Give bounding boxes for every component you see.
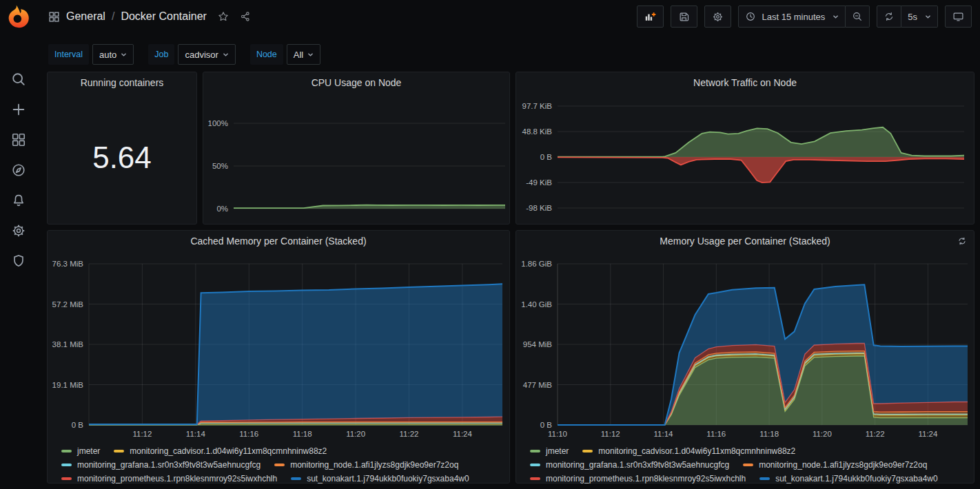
- dashboard-settings-button[interactable]: [704, 6, 731, 28]
- svg-text:19.1 MiB: 19.1 MiB: [52, 381, 84, 389]
- panel-title[interactable]: CPU Usage on Node: [203, 72, 509, 93]
- breadcrumb-section[interactable]: General: [66, 10, 105, 23]
- legend-color-dash: [274, 464, 285, 466]
- cpu-chart[interactable]: 0%50%100%: [203, 93, 509, 224]
- panel-cached-memory: Cached Memory per Container (Stacked) 0 …: [47, 230, 510, 483]
- dashboards-icon[interactable]: [0, 125, 37, 155]
- legend-item[interactable]: monitoring_node.1.afi1jlyzs8gdjk9eo9er7z…: [274, 458, 458, 472]
- add-panel-button[interactable]: [637, 6, 664, 28]
- panel-title[interactable]: Running containers: [48, 72, 196, 93]
- panel-title[interactable]: Network Traffic on Node: [516, 72, 974, 93]
- svg-text:11:10: 11:10: [548, 430, 567, 438]
- svg-text:11:16: 11:16: [239, 430, 258, 438]
- svg-text:-49 KiB: -49 KiB: [526, 178, 552, 187]
- star-icon[interactable]: [218, 11, 229, 22]
- legend-series-name: monitoring_grafana.1.sr0n3xf9tv8t3w5aehn…: [546, 458, 729, 472]
- legend-item[interactable]: monitoring_node.1.afi1jlyzs8gdjk9eo9er7z…: [743, 458, 927, 472]
- legend-series-name: monitoring_grafana.1.sr0n3xf9tv8t3w5aehn…: [77, 458, 261, 472]
- panel-cpu-usage: CPU Usage on Node 0%50%100%: [203, 72, 510, 225]
- share-icon[interactable]: [240, 11, 251, 22]
- svg-text:11:12: 11:12: [601, 430, 620, 438]
- alerting-icon[interactable]: [0, 185, 37, 216]
- legend-series-name: monitoring_node.1.afi1jlyzs8gdjk9eo9er7z…: [759, 458, 927, 472]
- svg-text:11:22: 11:22: [866, 430, 885, 438]
- breadcrumb-title[interactable]: Docker Container: [121, 10, 207, 23]
- svg-text:11:12: 11:12: [132, 430, 152, 438]
- breadcrumb: General / Docker Container: [48, 10, 251, 23]
- svg-text:11:24: 11:24: [453, 430, 473, 438]
- time-picker: Last 15 minutes: [738, 6, 870, 28]
- legend-item[interactable]: monitoring_prometheus.1.rpn8klesnmroy92s…: [61, 472, 277, 486]
- legend-item[interactable]: sut_konakart.1.j794ukkb0fuokiy7gsxaba4w0: [291, 472, 469, 486]
- legend: jmetermonitoring_cadvisor.1.d04wi6y11xm8…: [516, 441, 974, 486]
- refresh-interval-label: 5s: [908, 12, 917, 22]
- variable-interval: Interval auto: [48, 44, 134, 65]
- legend-item[interactable]: monitoring_cadvisor.1.d04wi6y11xm8qcmnhn…: [582, 444, 795, 458]
- variable-node-value[interactable]: All: [287, 44, 320, 65]
- legend-series-name: monitoring_prometheus.1.rpn8klesnmroy92s…: [77, 472, 277, 486]
- network-chart[interactable]: -98 KiB-49 KiB0 B48.8 KiB97.7 KiB: [516, 93, 974, 224]
- svg-text:0 B: 0 B: [540, 153, 553, 161]
- refresh-picker: 5s: [877, 6, 938, 28]
- legend-item[interactable]: sut_konakart.1.j794ukkb0fuokiy7gsxaba4w0: [759, 472, 938, 486]
- cycle-view-button[interactable]: [945, 6, 972, 28]
- svg-text:50%: 50%: [212, 162, 228, 170]
- legend-item[interactable]: jmeter: [61, 444, 100, 458]
- svg-text:1.86 GiB: 1.86 GiB: [521, 260, 552, 268]
- svg-text:97.7 KiB: 97.7 KiB: [522, 102, 553, 110]
- configuration-icon[interactable]: [0, 216, 37, 246]
- time-range-button[interactable]: Last 15 minutes: [738, 6, 846, 28]
- variables-row: Interval auto Job cadvisor Node All: [37, 33, 980, 66]
- svg-text:11:24: 11:24: [918, 430, 938, 438]
- variable-interval-label: Interval: [48, 44, 89, 65]
- legend-item[interactable]: jmeter: [530, 444, 569, 458]
- svg-text:76.3 MiB: 76.3 MiB: [52, 260, 84, 268]
- refresh-button[interactable]: [877, 6, 901, 28]
- legend-color-dash: [61, 477, 72, 480]
- svg-text:0 B: 0 B: [540, 421, 553, 429]
- panel-memory-usage: Memory Usage per Container (Stacked) 0 B…: [515, 230, 974, 483]
- grafana-logo[interactable]: [7, 5, 30, 28]
- dashboard-grid-icon: [48, 11, 60, 23]
- memory-usage-chart[interactable]: 0 B477 MiB954 MiB1.40 GiB1.86 GiB11:1011…: [516, 251, 974, 441]
- legend-series-name: monitoring_node.1.afi1jlyzs8gdjk9eo9er7z…: [290, 458, 458, 472]
- variable-job: Job cadvisor: [148, 44, 236, 65]
- legend-item[interactable]: monitoring_cadvisor.1.d04wi6y11xm8qcmnhn…: [114, 444, 327, 458]
- navbar-actions: Last 15 minutes 5s: [630, 6, 972, 28]
- variable-node-label: Node: [250, 44, 283, 65]
- legend-color-dash: [582, 450, 593, 452]
- sidebar: [0, 0, 37, 489]
- legend-series-name: sut_konakart.1.j794ukkb0fuokiy7gsxaba4w0: [775, 472, 938, 486]
- variable-interval-value[interactable]: auto: [92, 44, 134, 65]
- legend-item[interactable]: monitoring_prometheus.1.rpn8klesnmroy92s…: [530, 472, 746, 486]
- create-icon[interactable]: [0, 94, 37, 125]
- svg-text:11:14: 11:14: [186, 430, 206, 438]
- panel-title[interactable]: Cached Memory per Container (Stacked): [48, 231, 509, 251]
- save-dashboard-button[interactable]: [671, 6, 697, 28]
- legend-color-dash: [61, 450, 72, 452]
- variable-job-value[interactable]: cadvisor: [178, 44, 235, 65]
- svg-text:954 MiB: 954 MiB: [523, 340, 553, 348]
- svg-text:11:20: 11:20: [813, 430, 832, 438]
- legend-item[interactable]: monitoring_grafana.1.sr0n3xf9tv8t3w5aehn…: [61, 458, 261, 472]
- svg-text:38.1 MiB: 38.1 MiB: [52, 340, 84, 348]
- legend-item[interactable]: monitoring_grafana.1.sr0n3xf9tv8t3w5aehn…: [530, 458, 729, 472]
- search-icon[interactable]: [0, 64, 37, 94]
- legend-color-dash: [743, 464, 753, 466]
- dashboard-grid: Running containers 5.64 CPU Usage on Nod…: [37, 66, 980, 489]
- cached-memory-chart[interactable]: 0 B19.1 MiB38.1 MiB57.2 MiB76.3 MiB11:12…: [48, 251, 509, 441]
- panel-refresh-icon[interactable]: [957, 236, 967, 249]
- svg-text:11:22: 11:22: [400, 430, 419, 438]
- svg-text:477 MiB: 477 MiB: [523, 381, 553, 389]
- svg-text:11:20: 11:20: [346, 430, 365, 438]
- panel-title[interactable]: Memory Usage per Container (Stacked): [516, 231, 974, 251]
- svg-text:0%: 0%: [216, 205, 228, 213]
- stat-value: 5.64: [92, 141, 152, 175]
- zoom-out-button[interactable]: [846, 6, 870, 28]
- legend-color-dash: [114, 450, 124, 452]
- explore-icon[interactable]: [0, 155, 37, 185]
- refresh-interval-button[interactable]: 5s: [901, 6, 938, 28]
- legend-color-dash: [759, 477, 770, 480]
- variable-node: Node All: [250, 44, 320, 65]
- server-admin-icon[interactable]: [0, 246, 37, 276]
